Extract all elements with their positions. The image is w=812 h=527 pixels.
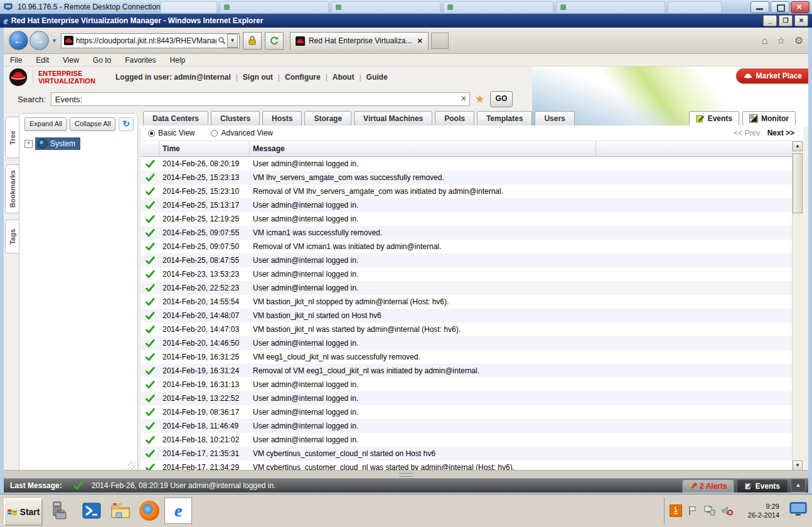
event-row[interactable]: 2014-Feb-25, 08:47:55User admin@internal… <box>141 253 793 267</box>
event-row[interactable]: 2014-Feb-19, 13:22:52User admin@internal… <box>141 391 793 405</box>
sidebar-tab-bookmarks[interactable]: Bookmarks <box>5 164 19 213</box>
scroll-down-icon[interactable]: ▼ <box>793 460 803 471</box>
expand-all-button[interactable]: Expand All <box>24 117 67 131</box>
tree-node-system[interactable]: System <box>35 137 80 150</box>
tab-pools[interactable]: Pools <box>435 111 474 125</box>
go-button[interactable]: GO <box>490 91 513 107</box>
event-row[interactable]: 2014-Feb-17, 21:34:29VM cybertinus_custo… <box>141 460 793 471</box>
home-icon[interactable]: ⌂ <box>762 35 768 46</box>
forward-button[interactable]: → <box>29 31 49 50</box>
tab-users[interactable]: Users <box>535 111 574 125</box>
search-magnifier-icon[interactable] <box>218 36 226 45</box>
browser-tab-active[interactable]: Red Hat Enterprise Virtualiza... ✕ <box>290 32 429 50</box>
event-row[interactable]: 2014-Feb-25, 15:13:17User admin@internal… <box>141 198 793 212</box>
market-place-button[interactable]: Market Place <box>736 68 808 83</box>
event-row[interactable]: 2014-Feb-25, 09:07:50Removal of VM icman… <box>141 240 793 253</box>
rdp-maximize-button[interactable] <box>771 1 789 13</box>
event-row[interactable]: 2014-Feb-25, 12:19:25User admin@internal… <box>141 212 793 226</box>
tab-templates[interactable]: Templates <box>477 111 532 125</box>
event-row[interactable]: 2014-Feb-25, 15:23:13VM lhv_servers_amga… <box>141 171 793 184</box>
sign-out-link[interactable]: Sign out <box>243 73 273 82</box>
configure-link[interactable]: Configure <box>285 73 321 82</box>
search-clear-icon[interactable]: ✕ <box>461 94 467 103</box>
tab-storage[interactable]: Storage <box>304 111 351 125</box>
tab-monitor[interactable]: Monitor <box>742 111 796 125</box>
event-row[interactable]: 2014-Feb-20, 14:46:50User admin@internal… <box>141 336 793 350</box>
tab-close-icon[interactable]: ✕ <box>417 37 422 45</box>
event-row[interactable]: 2014-Feb-18, 10:21:02User admin@internal… <box>141 433 793 447</box>
message-column-header[interactable]: Message <box>250 141 596 156</box>
collapse-all-button[interactable]: Collapse All <box>70 117 115 131</box>
event-row[interactable]: 2014-Feb-19, 16:31:25VM eeg1_cloud_jkit_… <box>141 350 793 364</box>
action-center-flag-icon[interactable] <box>687 505 698 516</box>
event-row[interactable]: 2014-Feb-19, 16:31:13User admin@internal… <box>141 378 793 391</box>
event-row[interactable]: 2014-Feb-20, 22:52:23User admin@internal… <box>141 281 793 295</box>
menu-edit[interactable]: Edit <box>36 56 49 65</box>
show-desktop-icon[interactable] <box>789 502 807 517</box>
event-row[interactable]: 2014-Feb-25, 09:07:55VM icman1 was succe… <box>141 226 793 240</box>
event-row[interactable]: 2014-Feb-20, 14:47:03VM bastion_jkit_nl … <box>141 322 793 336</box>
sidebar-tab-tags[interactable]: Tags <box>5 220 19 253</box>
tab-virtual-machines[interactable]: Virtual Machines <box>354 111 432 125</box>
tab-data-centers[interactable]: Data Centers <box>143 111 208 125</box>
about-link[interactable]: About <box>333 73 355 82</box>
tree-refresh-icon[interactable]: ↻ <box>119 117 134 131</box>
event-row[interactable]: 2014-Feb-23, 13:53:23User admin@internal… <box>141 267 793 281</box>
favorites-star-icon[interactable]: ☆ <box>776 35 785 46</box>
time-column-header[interactable]: Time <box>159 141 250 156</box>
vertical-scrollbar[interactable]: ▲ ▼ <box>792 141 803 471</box>
menu-goto[interactable]: Go to <box>93 56 111 65</box>
menu-help[interactable]: Help <box>170 56 186 65</box>
tab-clusters[interactable]: Clusters <box>211 111 260 125</box>
panel-resize-grip[interactable] <box>128 462 136 469</box>
start-button[interactable]: Start <box>4 498 43 526</box>
ie-close-button[interactable]: ✕ <box>794 15 808 26</box>
volume-muted-icon[interactable] <box>721 505 734 516</box>
search-input[interactable] <box>51 92 470 106</box>
advanced-view-radio[interactable] <box>211 130 218 137</box>
event-row[interactable]: 2014-Feb-25, 15:23:10Removal of VM lhv_s… <box>141 184 793 198</box>
address-bar[interactable]: https://cloudportal.jkit.nl:8443/RHEVMan… <box>61 33 240 48</box>
event-row[interactable]: 2014-Feb-18, 11:46:49User admin@internal… <box>141 419 793 433</box>
rdp-minimize-button[interactable] <box>751 1 769 13</box>
refresh-button[interactable] <box>265 32 284 50</box>
ie-restore-button[interactable]: ❐ <box>779 15 793 26</box>
quicklaunch-system-tools[interactable] <box>45 498 73 524</box>
event-row[interactable]: 2014-Feb-20, 14:55:54VM bastion_jkit_nl … <box>141 295 793 309</box>
ie-minimize-button[interactable]: _ <box>763 15 777 26</box>
tab-events[interactable]: Events <box>689 111 739 125</box>
guide-link[interactable]: Guide <box>366 73 388 82</box>
quicklaunch-firefox[interactable] <box>136 498 163 524</box>
tab-hosts[interactable]: Hosts <box>262 111 302 125</box>
next-page-link[interactable]: Next >> <box>767 129 794 137</box>
rdp-close-button[interactable]: ✕ <box>791 1 809 13</box>
menu-view[interactable]: View <box>63 56 79 65</box>
sidebar-tab-tree[interactable]: Tree <box>5 117 19 158</box>
security-lock-icon[interactable] <box>243 32 262 50</box>
alerts-tab[interactable]: ! 2 Alerts <box>682 479 734 492</box>
tools-gear-icon[interactable]: ⚙ <box>794 35 803 46</box>
network-tray-icon[interactable] <box>703 505 716 516</box>
quicklaunch-powershell[interactable] <box>78 498 105 524</box>
history-dropdown-icon[interactable]: ▼ <box>51 38 57 44</box>
address-dropdown-icon[interactable]: ▼ <box>227 34 238 48</box>
statusbar-collapse-icon[interactable]: ▲ <box>791 479 806 492</box>
event-row[interactable]: 2014-Feb-17, 21:35:31VM cybertinus_custo… <box>141 447 793 460</box>
event-row[interactable]: 2014-Feb-19, 08:36:17User admin@internal… <box>141 405 793 419</box>
menu-favorites[interactable]: Favorites <box>125 56 156 65</box>
quicklaunch-explorer-folder[interactable] <box>107 498 134 524</box>
status-events-tab[interactable]: Events <box>737 479 788 492</box>
event-row[interactable]: 2014-Feb-26, 08:20:19User admin@internal… <box>141 157 793 171</box>
status-column-header[interactable] <box>141 141 159 156</box>
scrollbar-thumb[interactable] <box>793 153 803 213</box>
new-tab-button[interactable] <box>431 33 449 49</box>
back-button[interactable]: ← <box>9 31 28 50</box>
prev-page-link[interactable]: << Prev <box>734 129 760 137</box>
scroll-up-icon[interactable]: ▲ <box>793 141 803 151</box>
status-drag-strip[interactable] <box>4 470 808 479</box>
event-row[interactable]: 2014-Feb-20, 14:48:07VM bastion_jkit_nl … <box>141 309 793 322</box>
bookmark-star-icon[interactable]: ★ <box>475 92 485 106</box>
event-row[interactable]: 2014-Feb-19, 16:31:24Removal of VM eeg1_… <box>141 364 793 378</box>
menu-file[interactable]: File <box>10 56 22 65</box>
java-tray-icon[interactable] <box>670 504 682 517</box>
